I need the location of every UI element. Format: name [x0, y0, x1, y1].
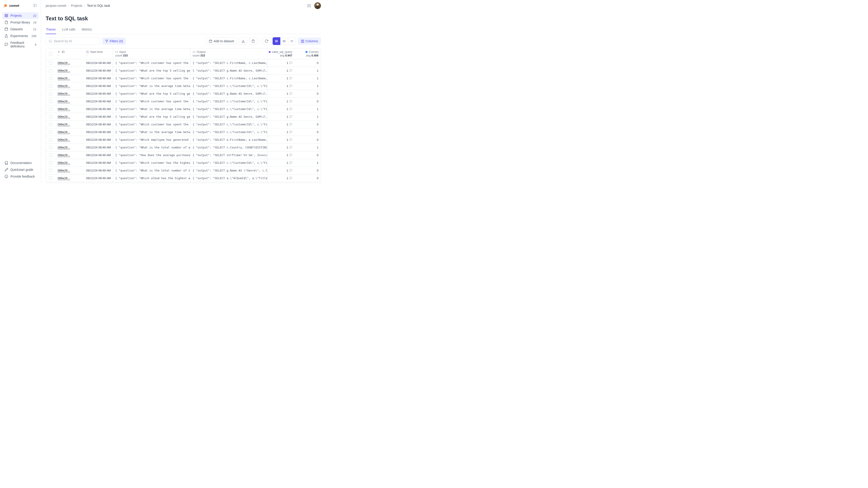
table-row[interactable]: 066e29…09/12/24 08:49 AM{ "question": "W… [46, 136, 321, 144]
row-checkbox[interactable] [49, 169, 53, 172]
row-id[interactable]: 066e29… [55, 121, 84, 128]
row-input: { "question": "What is the total number … [113, 167, 190, 174]
row-id[interactable]: 066e29… [55, 74, 84, 82]
row-metric-correct: 0 [294, 151, 321, 159]
sidebar-item-quickstart[interactable]: Quickstart guide [2, 166, 39, 173]
table-row[interactable]: 066e29…09/12/24 08:49 AM{ "question": "W… [46, 67, 321, 74]
row-id[interactable]: 066e29… [55, 82, 84, 90]
row-id[interactable]: 066e29… [55, 167, 84, 174]
table-row[interactable]: 066e29…09/12/24 08:49 AM{ "question": "H… [46, 182, 321, 183]
table-row[interactable]: 066e29…09/12/24 08:49 AM{ "question": "W… [46, 159, 321, 167]
row-checkbox[interactable] [49, 100, 53, 103]
row-checkbox[interactable] [49, 130, 53, 134]
row-id[interactable]: 066e29… [55, 144, 84, 151]
table-row[interactable]: 066e29…09/12/24 08:49 AM{ "question": "W… [46, 121, 321, 128]
sidebar-item-experiments[interactable]: Experiments 289 [2, 33, 39, 39]
row-checkbox[interactable] [49, 176, 53, 180]
svg-point-17 [307, 6, 308, 7]
svg-line-21 [51, 42, 52, 42]
table-row[interactable]: 066e29…09/12/24 08:49 AM{ "question": "W… [46, 90, 321, 98]
row-input: { "question": "What are the top 5 sellin… [113, 67, 190, 74]
row-metric-correct: 0 [294, 59, 321, 67]
row-id[interactable]: 066e29… [55, 159, 84, 166]
breadcrumb-workspace[interactable]: jacques-comet [46, 4, 66, 7]
column-start-time[interactable]: Start time - [84, 48, 113, 59]
row-id[interactable]: 066e29… [55, 182, 84, 183]
tab-llm-calls[interactable]: LLM calls [61, 25, 76, 34]
row-checkbox[interactable] [49, 138, 53, 141]
row-id[interactable]: 066e29… [55, 90, 84, 97]
sidebar-item-projects[interactable]: Projects 22 [2, 12, 39, 19]
row-id[interactable]: 066e29… [55, 151, 84, 159]
row-checkbox[interactable] [49, 161, 53, 164]
row-checkbox[interactable] [49, 92, 53, 95]
comment-icon [289, 100, 292, 103]
sidebar-item-datasets[interactable]: Datasets 21 [2, 26, 39, 33]
table-row[interactable]: 066e29…09/12/24 08:49 AM{ "question": "W… [46, 98, 321, 105]
row-output: { "output": "SELECT g.Name AS \"Genre\",… [190, 167, 268, 174]
row-start-time: 09/12/24 08:49 AM [84, 90, 113, 97]
row-checkbox[interactable] [49, 153, 53, 157]
row-id[interactable]: 066e29… [55, 67, 84, 74]
row-id[interactable]: 066e29… [55, 136, 84, 143]
row-output: { "output": "SELECT g.Name AS Genre, SUM… [190, 90, 268, 97]
sidebar-item-prompt-library[interactable]: Prompt library 19 [2, 19, 39, 26]
add-to-dataset-button[interactable]: Add to dataset [206, 37, 237, 45]
search-input-wrapper[interactable] [46, 37, 100, 45]
row-id[interactable]: 066e29… [55, 113, 84, 121]
table-row[interactable]: 066e29…09/12/24 08:49 AM{ "question": "W… [46, 113, 321, 121]
columns-button[interactable]: Columns [298, 37, 321, 45]
row-checkbox[interactable] [49, 76, 53, 80]
density-normal-button[interactable] [280, 37, 288, 45]
row-id[interactable]: 066e29… [55, 98, 84, 105]
sidebar-item-provide-feedback[interactable]: Provide feedback [2, 173, 39, 180]
table-row[interactable]: 066e29…09/12/24 08:49 AM{ "question": "H… [46, 151, 321, 159]
column-valid-sql-query[interactable]: valid_sql_query avg 0.947 [268, 48, 294, 59]
row-id[interactable]: 066e29… [55, 59, 84, 67]
table-row[interactable]: 066e29…09/12/24 08:49 AM{ "question": "W… [46, 144, 321, 151]
density-relaxed-button[interactable] [288, 37, 296, 45]
table-row[interactable]: 066e29…09/12/24 08:49 AM{ "question": "W… [46, 174, 321, 182]
sidebar-item-feedback-definitions[interactable]: Feedback definitions 4 [2, 39, 39, 50]
delete-button[interactable] [249, 37, 257, 45]
row-checkbox[interactable] [49, 115, 53, 119]
sidebar-item-documentation[interactable]: Documentation [2, 160, 39, 166]
row-id[interactable]: 066e29… [55, 174, 84, 182]
row-input: { "question": "What is the average time … [113, 105, 190, 113]
row-checkbox[interactable] [49, 84, 53, 88]
breadcrumb-projects[interactable]: Projects [71, 4, 83, 7]
row-checkbox[interactable] [49, 146, 53, 149]
database-icon [4, 27, 8, 31]
column-output[interactable]: Output count 333 [190, 48, 268, 59]
user-avatar[interactable] [314, 2, 321, 9]
table-row[interactable]: 066e29…09/12/24 08:49 AM{ "question": "W… [46, 82, 321, 90]
row-checkbox[interactable] [49, 123, 53, 126]
row-id[interactable]: 066e29… [55, 105, 84, 113]
column-correct[interactable]: Correct avg 0.406 [294, 48, 321, 59]
select-all-checkbox[interactable] [49, 52, 53, 55]
apps-grid-icon[interactable] [307, 4, 311, 8]
refresh-button[interactable] [263, 37, 270, 45]
row-checkbox[interactable] [49, 69, 53, 72]
comment-icon [289, 154, 292, 157]
column-input[interactable]: Input count 333 [113, 48, 190, 59]
density-compact-button[interactable] [273, 37, 280, 45]
download-button[interactable] [239, 37, 247, 45]
table-row[interactable]: 066e29…09/12/24 08:49 AM{ "question": "W… [46, 74, 321, 82]
row-checkbox[interactable] [49, 61, 53, 65]
table-row[interactable]: 066e29…09/12/24 08:49 AM{ "question": "W… [46, 128, 321, 136]
tab-metrics[interactable]: Metrics [81, 25, 92, 34]
table-row[interactable]: 066e29…09/12/24 08:49 AM{ "question": "W… [46, 105, 321, 113]
row-id[interactable]: 066e29… [55, 128, 84, 136]
logo[interactable]: comet [3, 3, 19, 8]
row-checkbox[interactable] [49, 107, 53, 111]
tab-traces[interactable]: Traces [46, 25, 56, 34]
filters-button[interactable]: Filters (0) [102, 37, 126, 45]
row-output: { "output": "SELECT g.Name AS Genre, SUM… [190, 67, 268, 74]
column-id[interactable]: ID - [55, 48, 84, 59]
table-row[interactable]: 066e29…09/12/24 08:49 AM{ "question": "W… [46, 59, 321, 67]
search-input[interactable] [54, 39, 97, 43]
sidebar-collapse-button[interactable] [32, 3, 38, 8]
row-checkbox-cell [46, 136, 55, 143]
table-row[interactable]: 066e29…09/12/24 08:49 AM{ "question": "W… [46, 167, 321, 174]
